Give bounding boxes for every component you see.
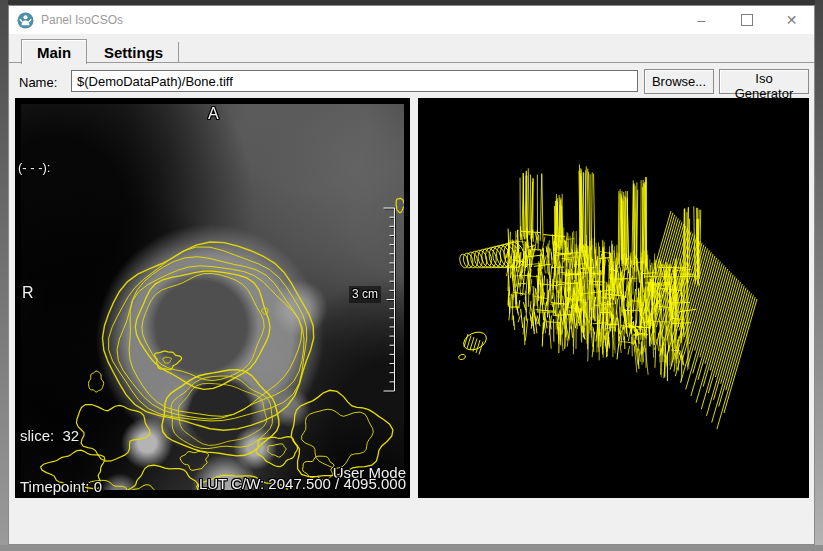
- tab-settings-label: Settings: [104, 44, 163, 61]
- tab-main[interactable]: Main: [21, 39, 87, 64]
- window-controls: – ✕: [679, 6, 814, 34]
- desktop-edge-left: [0, 0, 8, 551]
- browse-button[interactable]: Browse...: [644, 69, 714, 94]
- name-input[interactable]: [71, 70, 638, 92]
- close-button[interactable]: ✕: [769, 6, 814, 34]
- maximize-button[interactable]: [724, 6, 769, 34]
- tab-main-label: Main: [37, 44, 71, 61]
- lut-readout: LUT C/W: 2047.500 / 4095.000: [199, 475, 406, 492]
- scale-ruler-label: 3 cm: [349, 286, 381, 303]
- title-bar[interactable]: Panel IsoCSOs – ✕: [9, 6, 814, 34]
- minimize-button[interactable]: –: [679, 6, 724, 34]
- tabbar-divider: [9, 62, 814, 63]
- slice-number-label: slice: 32: [20, 427, 141, 444]
- iso-3d-panel: [418, 98, 809, 498]
- slice-viewer-panel: A (- - -): R slice: 32 Timepoint: 0 64,6…: [15, 98, 410, 498]
- tab-settings[interactable]: Settings: [89, 42, 179, 62]
- timepoint-label: Timepoint: 0: [20, 478, 141, 495]
- orientation-right-label: R: [22, 284, 34, 301]
- maximize-icon: [741, 14, 753, 26]
- iso-generator-button[interactable]: Iso Generator: [719, 69, 809, 94]
- iso-3d-viewport[interactable]: [418, 98, 809, 498]
- app-window: Panel IsoCSOs – ✕ Main Settings Name: Br…: [8, 5, 815, 545]
- app-logo-icon: [17, 12, 34, 29]
- screenshot-stage: Panel IsoCSOs – ✕ Main Settings Name: Br…: [0, 0, 823, 551]
- desktop-edge-bottom: [0, 545, 823, 551]
- voxel-value-readout: (- - -):: [18, 159, 50, 176]
- name-label: Name:: [19, 75, 57, 90]
- slice-info-block: slice: 32 Timepoint: 0 64,64,64,Gray,1 1…: [20, 393, 141, 498]
- close-icon: ✕: [786, 12, 798, 28]
- desktop-edge-right: [815, 0, 823, 551]
- orientation-anterior-label: A: [208, 105, 219, 122]
- minimize-icon: –: [698, 12, 706, 28]
- window-title: Panel IsoCSOs: [41, 13, 123, 27]
